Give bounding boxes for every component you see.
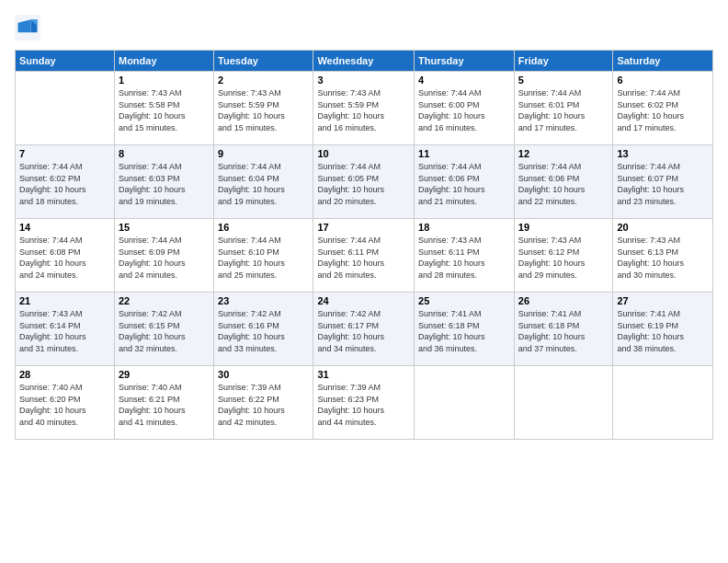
calendar-cell: 17Sunrise: 7:44 AM Sunset: 6:11 PM Dayli… <box>313 219 415 293</box>
day-info: Sunrise: 7:41 AM Sunset: 6:18 PM Dayligh… <box>418 308 510 354</box>
day-header-sunday: Sunday <box>16 51 115 72</box>
day-number: 1 <box>119 75 210 86</box>
calendar-cell: 11Sunrise: 7:44 AM Sunset: 6:06 PM Dayli… <box>415 145 515 219</box>
day-number: 10 <box>317 148 410 159</box>
day-info: Sunrise: 7:44 AM Sunset: 6:11 PM Dayligh… <box>317 235 410 281</box>
calendar-cell: 14Sunrise: 7:44 AM Sunset: 6:08 PM Dayli… <box>16 219 115 293</box>
calendar-week-1: 1Sunrise: 7:43 AM Sunset: 5:58 PM Daylig… <box>16 72 713 145</box>
calendar-cell: 8Sunrise: 7:44 AM Sunset: 6:03 PM Daylig… <box>114 145 213 219</box>
day-number: 7 <box>19 148 110 159</box>
day-number: 2 <box>218 75 309 86</box>
day-info: Sunrise: 7:41 AM Sunset: 6:18 PM Dayligh… <box>518 308 609 354</box>
day-number: 14 <box>19 222 110 233</box>
day-info: Sunrise: 7:42 AM Sunset: 6:16 PM Dayligh… <box>218 308 309 354</box>
calendar-cell: 5Sunrise: 7:44 AM Sunset: 6:01 PM Daylig… <box>514 72 613 145</box>
day-info: Sunrise: 7:44 AM Sunset: 6:04 PM Dayligh… <box>218 161 309 207</box>
header <box>15 15 713 40</box>
calendar-cell <box>514 366 613 440</box>
calendar-cell: 26Sunrise: 7:41 AM Sunset: 6:18 PM Dayli… <box>514 293 613 366</box>
day-header-thursday: Thursday <box>415 51 515 72</box>
calendar-cell: 18Sunrise: 7:43 AM Sunset: 6:11 PM Dayli… <box>415 219 515 293</box>
day-number: 12 <box>518 148 609 159</box>
day-info: Sunrise: 7:43 AM Sunset: 5:58 PM Dayligh… <box>119 87 210 133</box>
calendar-cell: 20Sunrise: 7:43 AM Sunset: 6:13 PM Dayli… <box>613 219 713 293</box>
calendar-cell: 19Sunrise: 7:43 AM Sunset: 6:12 PM Dayli… <box>514 219 613 293</box>
day-header-monday: Monday <box>114 51 213 72</box>
calendar-cell: 3Sunrise: 7:43 AM Sunset: 5:59 PM Daylig… <box>313 72 415 145</box>
day-info: Sunrise: 7:43 AM Sunset: 6:13 PM Dayligh… <box>617 235 709 281</box>
day-header-saturday: Saturday <box>613 51 713 72</box>
calendar-cell: 21Sunrise: 7:43 AM Sunset: 6:14 PM Dayli… <box>16 293 115 366</box>
day-number: 30 <box>218 369 309 380</box>
day-info: Sunrise: 7:44 AM Sunset: 6:05 PM Dayligh… <box>317 161 410 207</box>
page-container: SundayMondayTuesdayWednesdayThursdayFrid… <box>0 0 728 563</box>
day-number: 19 <box>518 222 609 233</box>
day-info: Sunrise: 7:44 AM Sunset: 6:07 PM Dayligh… <box>617 161 709 207</box>
calendar-cell: 31Sunrise: 7:39 AM Sunset: 6:23 PM Dayli… <box>313 366 415 440</box>
day-info: Sunrise: 7:43 AM Sunset: 6:12 PM Dayligh… <box>518 235 609 281</box>
day-info: Sunrise: 7:40 AM Sunset: 6:21 PM Dayligh… <box>119 382 210 428</box>
day-info: Sunrise: 7:44 AM Sunset: 6:00 PM Dayligh… <box>418 87 510 133</box>
day-number: 31 <box>317 369 410 380</box>
day-number: 13 <box>617 148 709 159</box>
day-number: 3 <box>317 75 410 86</box>
calendar-cell: 25Sunrise: 7:41 AM Sunset: 6:18 PM Dayli… <box>415 293 515 366</box>
day-header-friday: Friday <box>514 51 613 72</box>
calendar-cell: 15Sunrise: 7:44 AM Sunset: 6:09 PM Dayli… <box>114 219 213 293</box>
calendar-cell: 7Sunrise: 7:44 AM Sunset: 6:02 PM Daylig… <box>16 145 115 219</box>
day-info: Sunrise: 7:44 AM Sunset: 6:09 PM Dayligh… <box>119 235 210 281</box>
calendar-header-row: SundayMondayTuesdayWednesdayThursdayFrid… <box>16 51 713 72</box>
calendar-week-2: 7Sunrise: 7:44 AM Sunset: 6:02 PM Daylig… <box>16 145 713 219</box>
calendar-week-3: 14Sunrise: 7:44 AM Sunset: 6:08 PM Dayli… <box>16 219 713 293</box>
day-info: Sunrise: 7:39 AM Sunset: 6:22 PM Dayligh… <box>218 382 309 428</box>
calendar-cell: 10Sunrise: 7:44 AM Sunset: 6:05 PM Dayli… <box>313 145 415 219</box>
day-header-tuesday: Tuesday <box>214 51 313 72</box>
calendar-cell: 22Sunrise: 7:42 AM Sunset: 6:15 PM Dayli… <box>114 293 213 366</box>
day-number: 17 <box>317 222 410 233</box>
day-info: Sunrise: 7:44 AM Sunset: 6:03 PM Dayligh… <box>119 161 210 207</box>
day-number: 6 <box>617 75 709 86</box>
day-info: Sunrise: 7:43 AM Sunset: 6:11 PM Dayligh… <box>418 235 510 281</box>
calendar-cell <box>16 72 115 145</box>
day-number: 9 <box>218 148 309 159</box>
calendar-cell: 28Sunrise: 7:40 AM Sunset: 6:20 PM Dayli… <box>16 366 115 440</box>
day-info: Sunrise: 7:40 AM Sunset: 6:20 PM Dayligh… <box>19 382 110 428</box>
calendar-cell: 9Sunrise: 7:44 AM Sunset: 6:04 PM Daylig… <box>214 145 313 219</box>
day-number: 25 <box>418 295 510 306</box>
day-info: Sunrise: 7:42 AM Sunset: 6:15 PM Dayligh… <box>119 308 210 354</box>
day-info: Sunrise: 7:44 AM Sunset: 6:06 PM Dayligh… <box>518 161 609 207</box>
day-number: 28 <box>19 369 110 380</box>
calendar-cell: 27Sunrise: 7:41 AM Sunset: 6:19 PM Dayli… <box>613 293 713 366</box>
day-info: Sunrise: 7:43 AM Sunset: 5:59 PM Dayligh… <box>218 87 309 133</box>
calendar-cell: 2Sunrise: 7:43 AM Sunset: 5:59 PM Daylig… <box>214 72 313 145</box>
day-number: 15 <box>119 222 210 233</box>
day-info: Sunrise: 7:41 AM Sunset: 6:19 PM Dayligh… <box>617 308 709 354</box>
calendar-table: SundayMondayTuesdayWednesdayThursdayFrid… <box>15 50 713 440</box>
day-info: Sunrise: 7:44 AM Sunset: 6:10 PM Dayligh… <box>218 235 309 281</box>
calendar-cell <box>415 366 515 440</box>
day-info: Sunrise: 7:42 AM Sunset: 6:17 PM Dayligh… <box>317 308 410 354</box>
day-number: 21 <box>19 295 110 306</box>
day-info: Sunrise: 7:43 AM Sunset: 5:59 PM Dayligh… <box>317 87 410 133</box>
calendar-cell: 16Sunrise: 7:44 AM Sunset: 6:10 PM Dayli… <box>214 219 313 293</box>
day-number: 16 <box>218 222 309 233</box>
day-info: Sunrise: 7:44 AM Sunset: 6:06 PM Dayligh… <box>418 161 510 207</box>
calendar-cell: 12Sunrise: 7:44 AM Sunset: 6:06 PM Dayli… <box>514 145 613 219</box>
calendar-week-5: 28Sunrise: 7:40 AM Sunset: 6:20 PM Dayli… <box>16 366 713 440</box>
logo <box>15 15 42 40</box>
day-number: 5 <box>518 75 609 86</box>
day-info: Sunrise: 7:44 AM Sunset: 6:08 PM Dayligh… <box>19 235 110 281</box>
calendar-cell: 13Sunrise: 7:44 AM Sunset: 6:07 PM Dayli… <box>613 145 713 219</box>
calendar-cell: 1Sunrise: 7:43 AM Sunset: 5:58 PM Daylig… <box>114 72 213 145</box>
day-number: 8 <box>119 148 210 159</box>
day-info: Sunrise: 7:44 AM Sunset: 6:02 PM Dayligh… <box>19 161 110 207</box>
day-number: 22 <box>119 295 210 306</box>
day-info: Sunrise: 7:44 AM Sunset: 6:02 PM Dayligh… <box>617 87 709 133</box>
calendar-week-4: 21Sunrise: 7:43 AM Sunset: 6:14 PM Dayli… <box>16 293 713 366</box>
day-number: 26 <box>518 295 609 306</box>
calendar-cell: 23Sunrise: 7:42 AM Sunset: 6:16 PM Dayli… <box>214 293 313 366</box>
day-header-wednesday: Wednesday <box>313 51 415 72</box>
day-info: Sunrise: 7:39 AM Sunset: 6:23 PM Dayligh… <box>317 382 410 428</box>
calendar-cell: 30Sunrise: 7:39 AM Sunset: 6:22 PM Dayli… <box>214 366 313 440</box>
day-number: 24 <box>317 295 410 306</box>
